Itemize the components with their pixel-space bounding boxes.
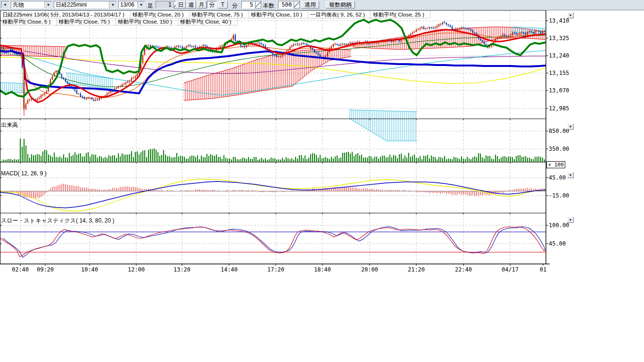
chevron-down-icon: ▼	[1, 1, 9, 8]
time-axis-label: 14:40	[221, 266, 238, 273]
price-axis-label: 13,070	[549, 87, 569, 94]
time-axis-label: 20:00	[361, 266, 378, 273]
bar-count-label: 本数	[263, 2, 274, 10]
spinner-icon[interactable]	[294, 1, 300, 8]
volume-panel-label: 出来高	[1, 121, 18, 129]
chevron-down-icon: ▼	[109, 1, 116, 8]
time-axis-label: 09:20	[37, 266, 54, 273]
time-axis-label: 13:20	[173, 266, 190, 273]
mini-dropdown[interactable]: ▼	[1, 1, 9, 8]
chevron-down-icon: ▼	[44, 1, 52, 8]
symbol-select-value: 日経225mini	[54, 1, 109, 8]
period-button-T[interactable]: T	[218, 1, 228, 8]
bar-count-stepper[interactable]: 500	[278, 1, 300, 8]
time-axis-label: 01	[540, 266, 546, 273]
period-button-分[interactable]: 分	[207, 1, 217, 8]
contract-month-select[interactable]: 13/06 ▼	[118, 1, 145, 8]
time-axis-label: 17:20	[267, 266, 284, 273]
minute-label: 分	[232, 2, 238, 10]
macd-axis-label: -15.00	[549, 192, 569, 199]
macd-panel-menu-button[interactable]: ▼	[567, 172, 574, 178]
minute-value[interactable]: 5	[241, 1, 255, 8]
volume-panel-menu-button[interactable]: ▼	[567, 123, 574, 130]
chart-application-window: ▼ 先物 ▼ 日経225mini ▼ 13/06 ▼ 足 1 日週月分T 分 5…	[0, 0, 644, 362]
contract-month-value: 13/06	[119, 1, 137, 8]
spinner-icon[interactable]	[255, 1, 261, 8]
bar-interval-value[interactable]: 1	[156, 1, 173, 8]
volume-axis-label: 850.00	[549, 128, 569, 134]
price-panel-menu-button[interactable]: ▼	[567, 12, 574, 18]
toolbar: ▼ 先物 ▼ 日経225mini ▼ 13/06 ▼ 足 1 日週月分T 分 5…	[0, 0, 644, 10]
stochastics-panel-label: スロー・ストキャスティクス( 14, 3, 80, 20 )	[1, 217, 114, 225]
macd-panel-label: MACD( 12, 26, 9 )	[1, 170, 47, 177]
price-axis-label: 13,155	[549, 70, 569, 76]
time-axis-label: 02:40	[12, 266, 29, 273]
bar-type-label: 足	[148, 2, 153, 10]
period-button-週[interactable]: 週	[186, 1, 196, 8]
macd-axis-label: 45.00	[549, 174, 566, 181]
price-axis-label: 12,985	[549, 105, 569, 112]
price-axis-label: 13,325	[549, 35, 569, 41]
bar-count-value[interactable]: 500	[278, 1, 294, 8]
stoch-axis-label: 45.00	[549, 240, 566, 247]
volume-multiplier-badge: × 100	[546, 161, 565, 168]
time-axis-label: 04/17	[502, 266, 519, 273]
multi-symbol-button[interactable]: 複数銘柄	[326, 1, 355, 8]
market-select[interactable]: 先物 ▼	[11, 1, 52, 8]
time-axis-label: 21:20	[408, 266, 425, 273]
market-select-value: 先物	[11, 1, 44, 8]
time-axis-label: 12:00	[128, 266, 145, 273]
price-axis-label: 13,240	[549, 52, 569, 59]
price-axis-label: 13,410	[549, 17, 569, 24]
time-axis-label: 22:40	[455, 266, 472, 273]
period-button-月[interactable]: 月	[197, 1, 206, 8]
symbol-select[interactable]: 日経225mini ▼	[54, 1, 117, 8]
stoch-panel-menu-button[interactable]: ▼	[567, 217, 574, 223]
time-axis-label: 18:40	[314, 266, 331, 273]
time-axis-label: 10:40	[81, 266, 98, 273]
period-button-日[interactable]: 日	[176, 1, 186, 8]
chevron-down-icon: ▼	[137, 1, 145, 8]
stoch-axis-label: 100.00	[549, 222, 569, 229]
volume-axis-label: 350.00	[549, 146, 569, 152]
chart-plot-area[interactable]	[0, 10, 546, 264]
minute-stepper[interactable]: 5	[241, 1, 261, 8]
apply-button[interactable]: 適用	[301, 1, 319, 8]
